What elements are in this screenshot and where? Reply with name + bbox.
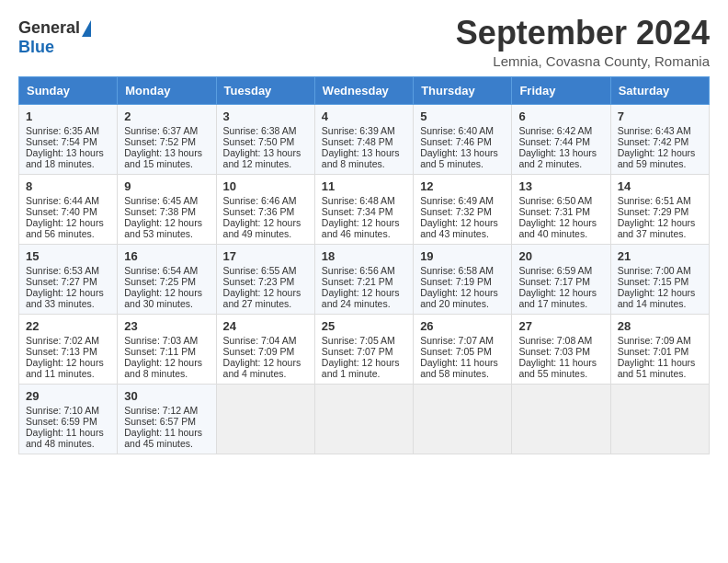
day-number: 28	[618, 319, 702, 333]
calendar-day-cell: 2Sunrise: 6:37 AMSunset: 7:52 PMDaylight…	[118, 104, 216, 174]
calendar-day-cell: 20Sunrise: 6:59 AMSunset: 7:17 PMDayligh…	[512, 244, 610, 314]
day-number: 24	[223, 319, 308, 333]
header-row: SundayMondayTuesdayWednesdayThursdayFrid…	[19, 76, 710, 104]
calendar-day-cell: 15Sunrise: 6:53 AMSunset: 7:27 PMDayligh…	[19, 244, 118, 314]
column-header-monday: Monday	[118, 76, 216, 104]
calendar-day-cell: 4Sunrise: 6:39 AMSunset: 7:48 PMDaylight…	[314, 104, 413, 174]
calendar-day-cell: 9Sunrise: 6:45 AMSunset: 7:38 PMDaylight…	[118, 174, 216, 244]
calendar-day-cell: 23Sunrise: 7:03 AMSunset: 7:11 PMDayligh…	[118, 314, 216, 384]
calendar-day-cell: 19Sunrise: 6:58 AMSunset: 7:19 PMDayligh…	[414, 244, 512, 314]
day-number: 4	[322, 109, 406, 123]
day-number: 16	[124, 249, 209, 263]
day-number: 7	[618, 109, 702, 123]
column-header-saturday: Saturday	[610, 76, 709, 104]
calendar-day-cell: 25Sunrise: 7:05 AMSunset: 7:07 PMDayligh…	[314, 314, 413, 384]
calendar-day-cell: 24Sunrise: 7:04 AMSunset: 7:09 PMDayligh…	[216, 314, 314, 384]
calendar-day-cell: 13Sunrise: 6:50 AMSunset: 7:31 PMDayligh…	[512, 174, 610, 244]
day-number: 17	[223, 249, 308, 263]
calendar-week-row: 1Sunrise: 6:35 AMSunset: 7:54 PMDaylight…	[19, 104, 710, 174]
day-number: 29	[26, 389, 110, 403]
calendar-week-row: 22Sunrise: 7:02 AMSunset: 7:13 PMDayligh…	[19, 314, 710, 384]
day-number: 10	[223, 179, 308, 193]
day-number: 18	[322, 249, 406, 263]
column-header-friday: Friday	[512, 76, 610, 104]
day-number: 30	[124, 389, 209, 403]
calendar-day-cell: 29Sunrise: 7:10 AMSunset: 6:59 PMDayligh…	[19, 384, 118, 454]
day-number: 9	[124, 179, 209, 193]
column-header-sunday: Sunday	[19, 76, 118, 104]
title-section: September 2024 Lemnia, Covasna County, R…	[456, 15, 710, 69]
column-header-wednesday: Wednesday	[314, 76, 413, 104]
column-header-tuesday: Tuesday	[216, 76, 314, 104]
day-number: 13	[518, 179, 603, 193]
calendar-day-cell: 1Sunrise: 6:35 AMSunset: 7:54 PMDaylight…	[19, 104, 118, 174]
day-number: 25	[322, 319, 406, 333]
calendar-day-cell: 27Sunrise: 7:08 AMSunset: 7:03 PMDayligh…	[512, 314, 610, 384]
calendar-week-row: 8Sunrise: 6:44 AMSunset: 7:40 PMDaylight…	[19, 174, 710, 244]
day-number: 11	[322, 179, 406, 193]
day-number: 15	[26, 249, 110, 263]
day-number: 20	[518, 249, 603, 263]
calendar-day-cell: 26Sunrise: 7:07 AMSunset: 7:05 PMDayligh…	[414, 314, 512, 384]
page-header: General Blue September 2024 Lemnia, Cova…	[18, 15, 710, 69]
day-number: 21	[618, 249, 702, 263]
calendar-day-cell: 3Sunrise: 6:38 AMSunset: 7:50 PMDaylight…	[216, 104, 314, 174]
calendar-day-cell: 16Sunrise: 6:54 AMSunset: 7:25 PMDayligh…	[118, 244, 216, 314]
day-number: 23	[124, 319, 209, 333]
calendar-day-cell: 17Sunrise: 6:55 AMSunset: 7:23 PMDayligh…	[216, 244, 314, 314]
calendar-table: SundayMondayTuesdayWednesdayThursdayFrid…	[18, 76, 710, 454]
month-title: September 2024	[456, 15, 710, 52]
empty-cell	[610, 384, 709, 454]
empty-cell	[314, 384, 413, 454]
day-number: 12	[420, 179, 505, 193]
day-number: 19	[420, 249, 505, 263]
calendar-day-cell: 8Sunrise: 6:44 AMSunset: 7:40 PMDaylight…	[19, 174, 118, 244]
calendar-day-cell: 28Sunrise: 7:09 AMSunset: 7:01 PMDayligh…	[610, 314, 709, 384]
calendar-day-cell: 11Sunrise: 6:48 AMSunset: 7:34 PMDayligh…	[314, 174, 413, 244]
day-number: 27	[518, 319, 603, 333]
day-number: 8	[26, 179, 110, 193]
logo-blue-text: Blue	[18, 38, 54, 57]
column-header-thursday: Thursday	[414, 76, 512, 104]
day-number: 3	[223, 109, 308, 123]
calendar-day-cell: 12Sunrise: 6:49 AMSunset: 7:32 PMDayligh…	[414, 174, 512, 244]
day-number: 26	[420, 319, 505, 333]
calendar-week-row: 15Sunrise: 6:53 AMSunset: 7:27 PMDayligh…	[19, 244, 710, 314]
calendar-day-cell: 10Sunrise: 6:46 AMSunset: 7:36 PMDayligh…	[216, 174, 314, 244]
calendar-day-cell: 14Sunrise: 6:51 AMSunset: 7:29 PMDayligh…	[610, 174, 709, 244]
empty-cell	[414, 384, 512, 454]
calendar-week-row: 29Sunrise: 7:10 AMSunset: 6:59 PMDayligh…	[19, 384, 710, 454]
calendar-day-cell: 7Sunrise: 6:43 AMSunset: 7:42 PMDaylight…	[610, 104, 709, 174]
calendar-day-cell: 30Sunrise: 7:12 AMSunset: 6:57 PMDayligh…	[118, 384, 216, 454]
day-number: 14	[618, 179, 702, 193]
day-number: 5	[420, 109, 505, 123]
day-number: 1	[26, 109, 110, 123]
calendar-day-cell: 18Sunrise: 6:56 AMSunset: 7:21 PMDayligh…	[314, 244, 413, 314]
empty-cell	[512, 384, 610, 454]
empty-cell	[216, 384, 314, 454]
logo-triangle-icon	[82, 20, 91, 37]
location-subtitle: Lemnia, Covasna County, Romania	[456, 53, 710, 69]
day-number: 6	[518, 109, 603, 123]
calendar-day-cell: 6Sunrise: 6:42 AMSunset: 7:44 PMDaylight…	[512, 104, 610, 174]
calendar-day-cell: 22Sunrise: 7:02 AMSunset: 7:13 PMDayligh…	[19, 314, 118, 384]
day-number: 2	[124, 109, 209, 123]
calendar-day-cell: 5Sunrise: 6:40 AMSunset: 7:46 PMDaylight…	[414, 104, 512, 174]
logo-general-text: General	[18, 18, 80, 38]
logo: General Blue	[18, 15, 91, 57]
day-number: 22	[26, 319, 110, 333]
calendar-day-cell: 21Sunrise: 7:00 AMSunset: 7:15 PMDayligh…	[610, 244, 709, 314]
